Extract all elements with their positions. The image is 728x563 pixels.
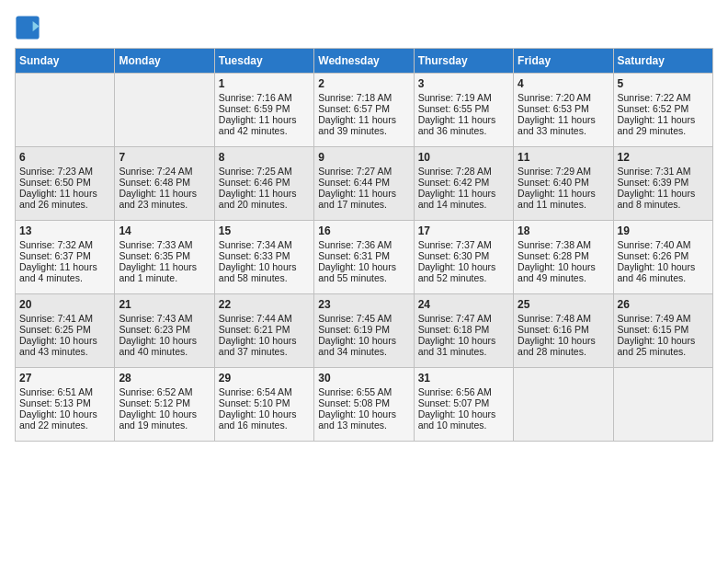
- sunrise-text: Sunrise: 7:37 AM: [418, 239, 509, 250]
- daylight-text: Daylight: 11 hours and 36 minutes.: [418, 114, 509, 136]
- calendar-cell: 21Sunrise: 7:43 AMSunset: 6:23 PMDayligh…: [115, 294, 214, 368]
- day-number: 15: [219, 224, 310, 237]
- calendar-cell: 15Sunrise: 7:34 AMSunset: 6:33 PMDayligh…: [214, 221, 313, 294]
- daylight-text: Daylight: 11 hours and 42 minutes.: [219, 114, 310, 136]
- daylight-text: Daylight: 10 hours and 46 minutes.: [618, 261, 709, 283]
- sunset-text: Sunset: 6:25 PM: [19, 324, 110, 335]
- day-number: 7: [119, 151, 210, 164]
- calendar-cell: [115, 74, 214, 147]
- day-number: 12: [618, 151, 709, 164]
- calendar-cell: 23Sunrise: 7:45 AMSunset: 6:19 PMDayligh…: [314, 294, 414, 368]
- calendar-cell: [613, 368, 712, 442]
- sunrise-text: Sunrise: 7:20 AM: [518, 92, 609, 103]
- sunset-text: Sunset: 6:50 PM: [19, 177, 110, 188]
- day-header-tuesday: Tuesday: [214, 49, 313, 74]
- day-number: 11: [518, 151, 609, 164]
- sunset-text: Sunset: 6:35 PM: [119, 250, 210, 261]
- daylight-text: Daylight: 10 hours and 13 minutes.: [318, 408, 409, 431]
- daylight-text: Daylight: 11 hours and 23 minutes.: [119, 188, 210, 210]
- logo: [15, 15, 44, 40]
- sunrise-text: Sunrise: 7:18 AM: [318, 92, 409, 103]
- day-header-saturday: Saturday: [613, 49, 712, 74]
- calendar-cell: 3Sunrise: 7:19 AMSunset: 6:55 PMDaylight…: [414, 74, 513, 147]
- calendar-cell: [514, 368, 613, 442]
- daylight-text: Daylight: 10 hours and 37 minutes.: [219, 335, 310, 357]
- day-number: 25: [518, 298, 609, 311]
- sunrise-text: Sunrise: 7:38 AM: [518, 239, 609, 250]
- daylight-text: Daylight: 11 hours and 11 minutes.: [518, 188, 609, 210]
- sunset-text: Sunset: 6:30 PM: [418, 250, 509, 261]
- sunset-text: Sunset: 6:42 PM: [418, 177, 509, 188]
- calendar-week-row: 13Sunrise: 7:32 AMSunset: 6:37 PMDayligh…: [16, 221, 713, 294]
- day-number: 31: [418, 372, 509, 385]
- calendar-cell: 17Sunrise: 7:37 AMSunset: 6:30 PMDayligh…: [414, 221, 513, 294]
- sunset-text: Sunset: 6:18 PM: [418, 324, 509, 335]
- daylight-text: Daylight: 11 hours and 26 minutes.: [19, 188, 110, 210]
- day-header-wednesday: Wednesday: [314, 49, 414, 74]
- sunset-text: Sunset: 6:52 PM: [618, 103, 709, 114]
- day-number: 10: [418, 151, 509, 164]
- calendar-week-row: 6Sunrise: 7:23 AMSunset: 6:50 PMDaylight…: [16, 147, 713, 221]
- calendar-header-row: SundayMondayTuesdayWednesdayThursdayFrid…: [16, 49, 713, 74]
- calendar-cell: 4Sunrise: 7:20 AMSunset: 6:53 PMDaylight…: [514, 74, 613, 147]
- sunrise-text: Sunrise: 7:45 AM: [318, 313, 409, 324]
- day-number: 19: [618, 224, 709, 237]
- sunrise-text: Sunrise: 7:28 AM: [418, 166, 509, 177]
- sunset-text: Sunset: 6:40 PM: [518, 177, 609, 188]
- sunrise-text: Sunrise: 7:47 AM: [418, 313, 509, 324]
- logo-icon: [15, 15, 40, 40]
- day-number: 26: [618, 298, 709, 311]
- daylight-text: Daylight: 10 hours and 58 minutes.: [219, 261, 310, 283]
- calendar-week-row: 1Sunrise: 7:16 AMSunset: 6:59 PMDaylight…: [16, 74, 713, 147]
- calendar-cell: 26Sunrise: 7:49 AMSunset: 6:15 PMDayligh…: [613, 294, 712, 368]
- sunset-text: Sunset: 6:48 PM: [119, 177, 210, 188]
- day-number: 29: [219, 372, 310, 385]
- sunrise-text: Sunrise: 6:52 AM: [119, 386, 210, 397]
- sunrise-text: Sunrise: 7:24 AM: [119, 166, 210, 177]
- page-header: [15, 15, 713, 40]
- daylight-text: Daylight: 10 hours and 52 minutes.: [418, 261, 509, 283]
- calendar-cell: 30Sunrise: 6:55 AMSunset: 5:08 PMDayligh…: [314, 368, 414, 442]
- sunrise-text: Sunrise: 7:44 AM: [219, 313, 310, 324]
- day-number: 17: [418, 224, 509, 237]
- daylight-text: Daylight: 10 hours and 31 minutes.: [418, 335, 509, 357]
- sunrise-text: Sunrise: 7:16 AM: [219, 92, 310, 103]
- daylight-text: Daylight: 10 hours and 34 minutes.: [318, 335, 409, 357]
- day-number: 22: [219, 298, 310, 311]
- daylight-text: Daylight: 10 hours and 25 minutes.: [618, 335, 709, 357]
- calendar-cell: 6Sunrise: 7:23 AMSunset: 6:50 PMDaylight…: [16, 147, 115, 221]
- daylight-text: Daylight: 11 hours and 8 minutes.: [618, 188, 709, 210]
- day-number: 21: [119, 298, 210, 311]
- daylight-text: Daylight: 10 hours and 28 minutes.: [518, 335, 609, 357]
- daylight-text: Daylight: 11 hours and 14 minutes.: [418, 188, 509, 210]
- sunset-text: Sunset: 5:07 PM: [418, 397, 509, 408]
- daylight-text: Daylight: 11 hours and 1 minute.: [119, 261, 210, 283]
- sunrise-text: Sunrise: 7:41 AM: [19, 313, 110, 324]
- sunset-text: Sunset: 5:08 PM: [318, 397, 409, 408]
- sunrise-text: Sunrise: 7:34 AM: [219, 239, 310, 250]
- calendar-cell: 24Sunrise: 7:47 AMSunset: 6:18 PMDayligh…: [414, 294, 513, 368]
- day-number: 14: [119, 224, 210, 237]
- day-number: 28: [119, 372, 210, 385]
- day-number: 18: [518, 224, 609, 237]
- day-number: 2: [318, 77, 409, 90]
- sunrise-text: Sunrise: 7:33 AM: [119, 239, 210, 250]
- calendar-week-row: 20Sunrise: 7:41 AMSunset: 6:25 PMDayligh…: [16, 294, 713, 368]
- daylight-text: Daylight: 10 hours and 49 minutes.: [518, 261, 609, 283]
- sunset-text: Sunset: 6:57 PM: [318, 103, 409, 114]
- sunrise-text: Sunrise: 7:19 AM: [418, 92, 509, 103]
- calendar-cell: 13Sunrise: 7:32 AMSunset: 6:37 PMDayligh…: [16, 221, 115, 294]
- calendar-cell: 28Sunrise: 6:52 AMSunset: 5:12 PMDayligh…: [115, 368, 214, 442]
- day-number: 5: [618, 77, 709, 90]
- day-number: 30: [318, 372, 409, 385]
- daylight-text: Daylight: 11 hours and 4 minutes.: [19, 261, 110, 283]
- calendar-cell: 22Sunrise: 7:44 AMSunset: 6:21 PMDayligh…: [214, 294, 313, 368]
- day-number: 3: [418, 77, 509, 90]
- calendar-cell: 1Sunrise: 7:16 AMSunset: 6:59 PMDaylight…: [214, 74, 313, 147]
- sunset-text: Sunset: 5:13 PM: [19, 397, 110, 408]
- daylight-text: Daylight: 11 hours and 39 minutes.: [318, 114, 409, 136]
- daylight-text: Daylight: 10 hours and 55 minutes.: [318, 261, 409, 283]
- sunrise-text: Sunrise: 7:32 AM: [19, 239, 110, 250]
- sunset-text: Sunset: 6:46 PM: [219, 177, 310, 188]
- sunrise-text: Sunrise: 7:23 AM: [19, 166, 110, 177]
